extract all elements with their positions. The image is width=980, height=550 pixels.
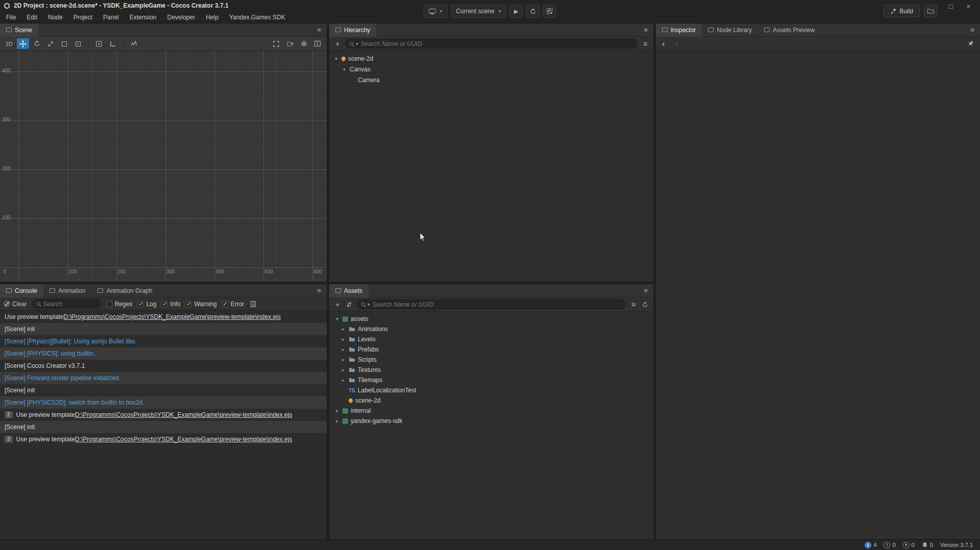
play-button[interactable]: ▶ — [509, 5, 523, 18]
info-count[interactable]: 4 — [865, 542, 876, 548]
hierarchy-node-canvas[interactable]: ▾ Canvas — [329, 64, 653, 74]
error-checkbox[interactable] — [222, 301, 228, 307]
hierarchy-tree[interactable]: ▾ scene-2d ▾ Canvas Camera — [329, 51, 653, 282]
camera-preview-button[interactable] — [284, 38, 296, 49]
asset-node-textures[interactable]: ▸ Textures — [329, 365, 653, 375]
log-checkbox[interactable] — [137, 301, 143, 307]
filter-info[interactable]: Info — [161, 301, 180, 308]
tab-assets-preview[interactable]: Assets Preview — [758, 23, 821, 37]
error-count[interactable]: 0 — [903, 542, 915, 548]
info-checkbox[interactable] — [161, 301, 167, 307]
assets-panel-menu-icon[interactable]: ≡ — [638, 287, 653, 294]
search-filter-caret-icon[interactable]: ▾ — [368, 302, 370, 307]
assets-tree[interactable]: ▾ assets ▸ Animations ▸ Levels ▸ Prefabs… — [329, 312, 653, 539]
hierarchy-node-camera[interactable]: Camera — [329, 74, 653, 85]
hierarchy-list-mode-button[interactable]: ≡ — [641, 39, 649, 48]
console-log-row[interactable]: [Scene] init — [0, 384, 327, 396]
history-forward-button[interactable]: › — [675, 39, 678, 48]
pin-inspector-button[interactable] — [967, 40, 974, 47]
tab-animation-graph[interactable]: Animation Graph — [91, 284, 158, 297]
menu-extension[interactable]: Extension — [130, 14, 157, 21]
menu-node[interactable]: Node — [48, 14, 63, 21]
menu-yandex-games-sdk[interactable]: Yandex.Games SDK — [229, 14, 285, 21]
tab-hierarchy[interactable]: Hierarchy — [329, 23, 376, 37]
refresh-preview-button[interactable] — [526, 5, 540, 18]
asset-node-scene-2d[interactable]: scene-2d — [329, 395, 653, 406]
chevron-right-icon[interactable]: ▸ — [334, 418, 340, 423]
chevron-down-icon[interactable]: ▾ — [341, 67, 347, 72]
console-log-row[interactable]: [Scene] init — [0, 323, 327, 335]
console-log-row[interactable]: [Scene] [PHYSICS]: using builtin. — [0, 347, 327, 360]
chevron-right-icon[interactable]: ▸ — [334, 408, 340, 413]
log-link[interactable]: D:\Programms\CocosProjects\YSDK_ExampleG… — [75, 411, 292, 418]
console-log-row[interactable]: [Scene] [Physics][Bullet]: Using asmjs B… — [0, 335, 327, 347]
console-panel-menu-icon[interactable]: ≡ — [311, 287, 327, 294]
rect-tool-button[interactable] — [58, 38, 70, 49]
filter-error[interactable]: Error — [222, 301, 244, 308]
hierarchy-node-scene-2d[interactable]: ▾ scene-2d — [329, 53, 653, 64]
close-button[interactable]: × — [960, 3, 977, 10]
chevron-right-icon[interactable]: ▸ — [340, 367, 346, 372]
asset-node-tilemaps[interactable]: ▸ Tilemaps — [329, 375, 653, 385]
mode-2d-button[interactable]: 2D — [3, 38, 15, 49]
asset-node-scripts[interactable]: ▸ Scripts — [329, 355, 653, 365]
menu-developer[interactable]: Developer — [167, 14, 195, 21]
scale-tool-button[interactable] — [44, 38, 57, 49]
inspector-panel-menu-icon[interactable]: ≡ — [965, 26, 980, 34]
warning-checkbox[interactable] — [185, 301, 191, 307]
console-log-row[interactable]: [Scene] Forward render pipeline initiali… — [0, 372, 327, 384]
asset-node-assets[interactable]: ▾ assets — [329, 314, 653, 324]
scene-select[interactable]: Current scene ▾ — [451, 5, 506, 18]
build-button[interactable]: Build — [884, 5, 920, 17]
open-log-file-button[interactable] — [249, 299, 257, 309]
chevron-down-icon[interactable]: ▾ — [334, 316, 340, 321]
coordinate-toggle-button[interactable] — [107, 38, 119, 49]
asset-node-animations[interactable]: ▸ Animations — [329, 324, 653, 334]
gizmo-tool-button[interactable] — [72, 38, 84, 49]
filter-warning[interactable]: Warning — [185, 301, 216, 308]
stats-toggle-button[interactable] — [128, 38, 140, 49]
chevron-right-icon[interactable]: ▸ — [340, 347, 346, 352]
open-build-panel-button[interactable] — [924, 5, 937, 17]
tab-node-library[interactable]: Node Library — [702, 23, 758, 37]
assets-list-mode-button[interactable]: ≡ — [629, 300, 638, 309]
console-log-row[interactable]: [Scene] Cocos Creator v3.7.1 — [0, 360, 327, 372]
console-log-row[interactable]: [Scene] [PHYSICS2D]: switch from builtin… — [0, 396, 327, 409]
maximize-button[interactable]: □ — [942, 3, 960, 10]
pivot-toggle-button[interactable] — [93, 38, 105, 49]
preview-target-select[interactable]: ▾ — [424, 5, 448, 18]
scene-settings-button[interactable] — [298, 38, 310, 49]
log-link[interactable]: D:\Programms\CocosProjects\YSDK_ExampleG… — [63, 313, 281, 320]
add-node-button[interactable]: + — [333, 39, 341, 48]
scene-panel-menu-icon[interactable]: ≡ — [311, 26, 327, 34]
asset-node-levels[interactable]: ▸ Levels — [329, 334, 653, 344]
console-log-row[interactable]: [Scene] init — [0, 421, 327, 433]
assets-search-input[interactable] — [373, 301, 621, 308]
console-log-row[interactable]: 3Use preview template D:\Programms\Cocos… — [0, 433, 327, 445]
asset-node-labellocalizationtest[interactable]: TS LabelLocalizationTest — [329, 385, 653, 395]
console-log-list[interactable]: Use preview template D:\Programms\CocosP… — [0, 311, 327, 539]
asset-node-internal[interactable]: ▸ internal — [329, 406, 653, 416]
view-layout-button[interactable] — [311, 38, 324, 49]
tab-animation[interactable]: Animation — [43, 284, 91, 297]
filter-regex[interactable]: Regex — [106, 301, 133, 308]
chevron-right-icon[interactable]: ▸ — [340, 327, 346, 332]
refresh-assets-button[interactable] — [641, 300, 649, 309]
tab-console[interactable]: Console — [0, 284, 43, 297]
scene-viewport[interactable]: 400 300 200 100 0 100 200 300 400 500 60… — [0, 51, 327, 282]
regex-checkbox[interactable] — [106, 301, 112, 307]
menu-file[interactable]: File — [6, 14, 16, 21]
menu-panel[interactable]: Panel — [103, 14, 119, 21]
hierarchy-search-input[interactable] — [361, 40, 633, 47]
console-log-row[interactable]: 2Use preview template D:\Programms\Cocos… — [0, 409, 327, 421]
tab-scene[interactable]: Scene — [0, 23, 38, 37]
notification-count[interactable]: 0 — [922, 542, 933, 548]
log-link[interactable]: D:\Programms\CocosProjects\YSDK_ExampleG… — [75, 436, 292, 443]
add-asset-button[interactable]: + — [333, 300, 341, 309]
asset-node-yandex-games-sdk[interactable]: ▸ yandex-games-sdk — [329, 416, 653, 426]
tab-assets[interactable]: Assets — [329, 284, 369, 297]
menu-help[interactable]: Help — [206, 14, 218, 21]
chevron-right-icon[interactable]: ▸ — [340, 378, 346, 383]
chevron-right-icon[interactable]: ▸ — [340, 357, 346, 362]
tab-inspector[interactable]: Inspector — [656, 23, 702, 37]
